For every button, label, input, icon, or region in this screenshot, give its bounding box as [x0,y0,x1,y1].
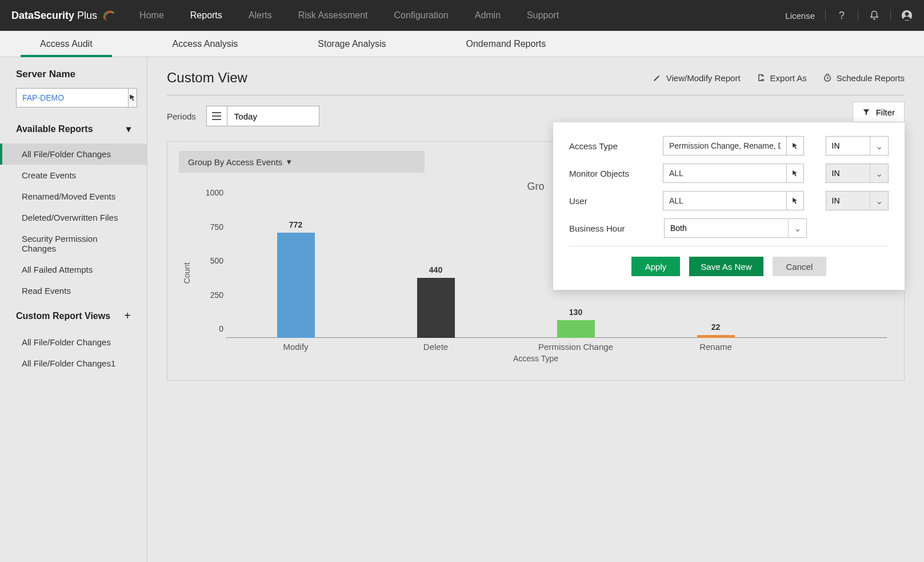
sidebar-item-create-events[interactable]: Create Events [0,165,147,186]
nav-support[interactable]: Support [527,10,559,21]
sidebar-item-renamed-moved[interactable]: Renamed/Moved Events [0,186,147,207]
sidebar-item-deleted-overwritten[interactable]: Deleted/Overwritten Files [0,207,147,228]
subtab-access-audit[interactable]: Access Audit [0,31,133,57]
filter-label-monitor-objects: Monitor Objects [569,169,654,178]
bar-value-label: 22 [682,322,750,332]
y-tick: 750 [195,222,223,232]
custom-report-views-list: All File/Folder Changes All File/Folder … [0,328,147,377]
y-tick: 500 [195,256,223,265]
pencil-icon [653,73,662,82]
filter-input-user[interactable] [663,191,787,210]
x-tick-label: Modify [245,342,347,352]
subtabs: Access Audit Access Analysis Storage Ana… [0,31,924,57]
chart-bar[interactable] [417,278,455,338]
sidebar-item-custom-1[interactable]: All File/Folder Changes1 [0,353,147,374]
brand-suffix: Plus [77,10,97,21]
filter-actions: Apply Save As New Cancel [569,257,889,276]
save-as-new-button[interactable]: Save As New [689,257,763,276]
separator [858,10,858,21]
group-by-dropdown[interactable]: Group By Access Events ▾ [179,151,425,173]
subtab-access-analysis[interactable]: Access Analysis [133,31,278,57]
chevron-down-icon: ⌄ [870,137,888,155]
filter-dropdown-value: Both [665,219,788,237]
periods-value: Today [227,106,319,126]
periods-dropdown[interactable]: Today [206,106,319,126]
filter-input-access-type[interactable] [663,136,787,156]
x-tick-label: Permission Change [525,342,627,352]
server-picker-button[interactable] [129,88,137,107]
x-tick-label: Delete [385,342,487,352]
y-tick: 250 [195,290,223,300]
list-icon [207,106,227,126]
topbar: DataSecurity Plus Home Reports Alerts Ri… [0,0,924,31]
schedule-reports-button[interactable]: Schedule Reports [823,73,905,83]
separator [890,10,891,21]
separator [825,10,826,21]
x-tick-label: Rename [665,342,767,352]
license-link[interactable]: License [785,11,815,21]
filter-operator-value: IN [826,164,870,182]
sidebar-item-failed-attempts[interactable]: All Failed Attempts [0,259,147,280]
y-tick: 0 [195,324,223,333]
nav-risk-assessment[interactable]: Risk Assessment [298,10,368,21]
sidebar-item-permission-changes[interactable]: Security Permission Changes [0,228,147,259]
bell-icon[interactable] [869,10,880,21]
x-axis-label: Access Type [179,354,893,363]
nav-configuration[interactable]: Configuration [394,10,449,21]
body: Server Name Available Reports ▾ All File… [0,57,924,562]
subtab-storage-analysis[interactable]: Storage Analysis [278,31,426,57]
filter-operator-access-type[interactable]: IN ⌄ [826,136,889,156]
chart-baseline [226,337,887,338]
export-icon [757,73,766,82]
bar-value-label: 440 [402,265,470,274]
nav-reports[interactable]: Reports [190,10,222,21]
view-modify-report-button[interactable]: View/Modify Report [653,73,741,83]
filter-operator-monitor-objects[interactable]: IN ⌄ [826,164,889,183]
brand-logo: DataSecurity Plus [11,8,117,23]
filter-picker-user[interactable] [787,191,804,210]
server-name-input[interactable] [16,88,129,107]
export-as-button[interactable]: Export As [757,73,807,83]
sidebar: Server Name Available Reports ▾ All File… [0,57,147,562]
cursor-icon [129,94,137,102]
available-reports-header[interactable]: Available Reports ▾ [0,123,147,140]
svg-point-1 [905,12,909,16]
filter-row-access-type: Access Type IN ⌄ [569,136,889,156]
brand-swoosh-icon [102,8,117,23]
nav-alerts[interactable]: Alerts [249,10,272,21]
filter-row-business-hour: Business Hour Both ⌄ [569,218,889,238]
help-icon[interactable]: ? [836,10,847,21]
chevron-down-icon: ⌄ [788,219,806,237]
plus-icon[interactable]: + [124,309,131,322]
caret-down-icon: ▾ [126,123,131,134]
user-avatar-icon[interactable] [901,10,913,21]
filter-button[interactable]: Filter [853,102,905,122]
schedule-reports-label: Schedule Reports [837,73,905,83]
available-reports-list: All File/Folder Changes Create Events Re… [0,140,147,305]
custom-report-views-header[interactable]: Custom Report Views + [0,309,147,328]
nav-home[interactable]: Home [139,10,164,21]
chart-bar[interactable] [277,233,315,338]
custom-report-views-label: Custom Report Views [16,311,110,321]
nav-admin[interactable]: Admin [475,10,501,21]
filter-dropdown-business-hour[interactable]: Both ⌄ [664,218,807,238]
filter-row-user: User IN ⌄ [569,191,889,210]
chart-bar[interactable] [697,335,735,338]
bar-value-label: 772 [262,220,330,229]
sidebar-item-custom-0[interactable]: All File/Folder Changes [0,332,147,353]
main-header: Custom View View/Modify Report Export As… [167,70,905,95]
sidebar-item-all-changes[interactable]: All File/Folder Changes [0,144,147,165]
filter-row-monitor-objects: Monitor Objects IN ⌄ [569,164,889,183]
nav-items: Home Reports Alerts Risk Assessment Conf… [139,10,785,21]
y-tick: 1000 [195,188,223,197]
chart-bar[interactable] [557,320,595,338]
filter-operator-user[interactable]: IN ⌄ [826,191,889,210]
bar-value-label: 130 [542,308,610,317]
apply-button[interactable]: Apply [631,257,681,276]
filter-picker-access-type[interactable] [787,136,804,156]
subtab-ondemand-reports[interactable]: Ondemand Reports [426,31,586,57]
filter-picker-monitor-objects[interactable] [787,164,804,183]
filter-input-monitor-objects[interactable] [663,164,787,183]
sidebar-item-read-events[interactable]: Read Events [0,280,147,301]
cancel-button[interactable]: Cancel [773,257,827,276]
